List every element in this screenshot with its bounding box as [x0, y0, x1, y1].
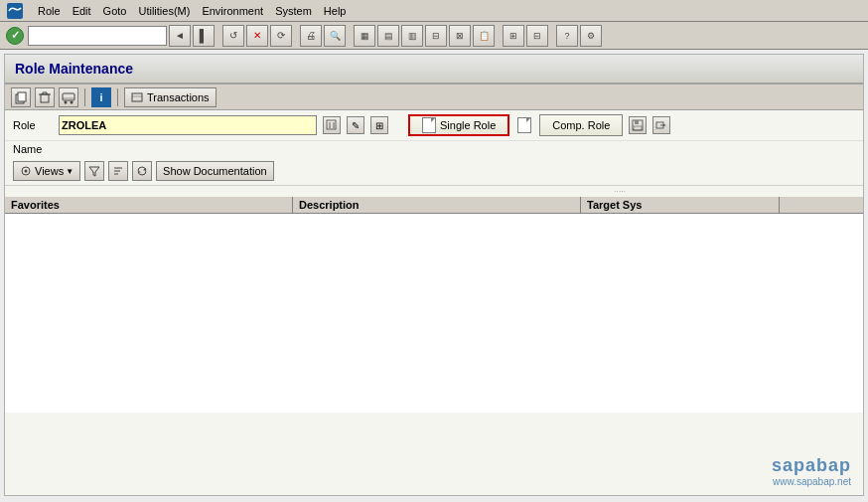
- exit-btn[interactable]: [652, 116, 670, 134]
- separator2: [117, 88, 118, 106]
- role-search-btn[interactable]: [323, 116, 341, 134]
- doc-icon-single: [422, 117, 436, 133]
- svg-rect-2: [18, 92, 26, 101]
- sub-toolbar: i Transactions: [5, 84, 863, 110]
- main-area: Role Maintenance: [4, 54, 864, 496]
- sort-btn[interactable]: [108, 161, 128, 181]
- svg-rect-12: [132, 93, 142, 101]
- views-arrow: ▼: [66, 167, 73, 176]
- col-header-target: Target Sys: [581, 197, 780, 213]
- name-row: Name: [5, 141, 863, 157]
- single-role-btn[interactable]: Single Role: [408, 114, 509, 136]
- print-btn[interactable]: 🖨: [300, 25, 322, 47]
- delete-icon-btn[interactable]: [35, 87, 55, 107]
- transactions-btn[interactable]: Transactions: [124, 87, 217, 107]
- toolbar-icon4[interactable]: ⊟: [425, 25, 447, 47]
- save-btn[interactable]: [629, 116, 647, 134]
- show-doc-btn[interactable]: Show Documentation: [156, 161, 274, 181]
- separator1: [84, 88, 85, 106]
- menu-edit[interactable]: Edit: [72, 5, 91, 17]
- comp-role-label: Comp. Role: [552, 119, 610, 131]
- toolbar-icon8[interactable]: ⊟: [526, 25, 548, 47]
- role-label: Role: [13, 119, 53, 131]
- watermark-brand: sapabap: [772, 455, 851, 476]
- table-header: Favorites Description Target Sys: [5, 197, 863, 214]
- settings-btn[interactable]: ⚙: [580, 25, 602, 47]
- svg-rect-8: [63, 93, 74, 100]
- drag-handle-row: · · · · ·: [5, 186, 863, 197]
- views-btn[interactable]: Views ▼: [13, 161, 80, 181]
- show-doc-label: Show Documentation: [163, 165, 267, 177]
- role-edit-btn[interactable]: ✎: [347, 116, 364, 134]
- find-btn[interactable]: 🔍: [324, 25, 346, 47]
- filter-btn[interactable]: [84, 161, 104, 181]
- role-row: Role ✎ ⊞ Single Role Comp. Role: [5, 110, 863, 141]
- toolbar-icon5[interactable]: ⊠: [449, 25, 471, 47]
- watermark-url: www.sapabap.net: [772, 476, 851, 487]
- svg-rect-3: [41, 94, 49, 102]
- svg-rect-14: [327, 120, 336, 129]
- single-role-label: Single Role: [440, 119, 496, 131]
- menu-bar: Role Edit Goto Utilities(M) Environment …: [0, 0, 868, 22]
- ok-icon: ✓: [4, 25, 26, 47]
- table-body: [5, 214, 863, 413]
- toolbar-icon1[interactable]: ▦: [354, 25, 375, 47]
- refresh-table-btn[interactable]: [132, 161, 152, 181]
- toolbar-icon6[interactable]: 📋: [473, 25, 495, 47]
- views-label: Views: [35, 165, 64, 177]
- svg-point-9: [65, 100, 68, 103]
- menu-environment[interactable]: Environment: [202, 5, 263, 17]
- back-btn[interactable]: ◄: [169, 25, 191, 47]
- reload-btn[interactable]: ⟳: [270, 25, 292, 47]
- menu-role[interactable]: Role: [38, 5, 61, 17]
- svg-rect-18: [635, 120, 639, 124]
- col-header-favorites: Favorites: [5, 197, 293, 213]
- watermark: sapabap www.sapabap.net: [772, 455, 851, 487]
- between-roles-icon: [515, 116, 533, 134]
- role-match-btn[interactable]: ⊞: [370, 116, 388, 134]
- checkmark-circle: ✓: [6, 27, 24, 45]
- views-toolbar: Views ▼ Show Documentation: [5, 157, 863, 186]
- svg-marker-24: [89, 167, 99, 176]
- transactions-label: Transactions: [147, 91, 210, 103]
- toolbar: ✓ ◄ ▌ ↺ ✕ ⟳ 🖨 🔍 ▦ ▤ ▥ ⊟ ⊠ 📋 ⊞ ⊟ ? ⚙: [0, 22, 868, 50]
- svg-rect-19: [634, 126, 642, 130]
- page-title: Role Maintenance: [15, 61, 133, 77]
- command-field[interactable]: [28, 26, 167, 46]
- menu-utilities[interactable]: Utilities(M): [138, 5, 190, 17]
- doc-icon2: [517, 117, 531, 133]
- sap-logo-icon: [4, 0, 26, 22]
- info-icon-btn[interactable]: i: [91, 87, 111, 107]
- menu-goto[interactable]: Goto: [103, 5, 127, 17]
- col-header-description: Description: [293, 197, 581, 213]
- role-input[interactable]: [59, 115, 317, 135]
- forward-btn[interactable]: ▌: [193, 25, 215, 47]
- refresh-btn[interactable]: ↺: [222, 25, 244, 47]
- comp-role-btn[interactable]: Comp. Role: [539, 114, 623, 136]
- drag-dots: · · · · ·: [614, 187, 625, 196]
- menu-help[interactable]: Help: [324, 5, 347, 17]
- help-btn[interactable]: ?: [556, 25, 578, 47]
- menu-system[interactable]: System: [275, 5, 312, 17]
- toolbar-icon2[interactable]: ▤: [377, 25, 399, 47]
- page-title-bar: Role Maintenance: [5, 55, 863, 84]
- svg-point-10: [71, 100, 73, 103]
- toolbar-icon3[interactable]: ▥: [401, 25, 423, 47]
- transport-icon-btn[interactable]: [59, 87, 78, 107]
- stop-btn[interactable]: ✕: [246, 25, 268, 47]
- copy-icon-btn[interactable]: [11, 87, 31, 107]
- svg-point-23: [25, 170, 28, 173]
- name-label: Name: [13, 143, 53, 155]
- toolbar-icon7[interactable]: ⊞: [503, 25, 524, 47]
